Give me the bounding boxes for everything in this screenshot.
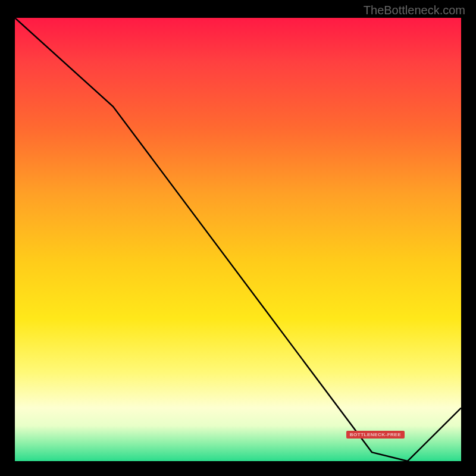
bottleneck-curve [15,18,461,461]
plot-area: BOTTLENECK-FREE [15,18,461,461]
chart-container: TheBottleneck.com BOTTLENECK-FREE [0,0,476,476]
bottleneck-free-badge: BOTTLENECK-FREE [346,431,405,439]
attribution-text: TheBottleneck.com [364,4,465,17]
